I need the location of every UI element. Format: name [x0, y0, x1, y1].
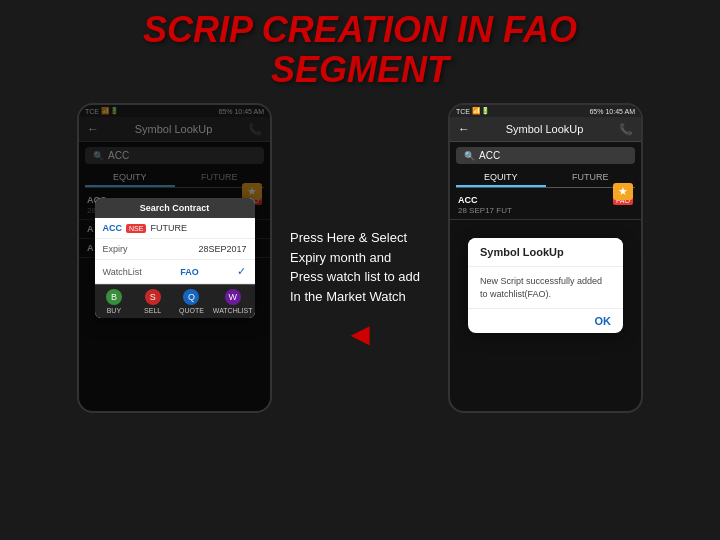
popup-expiry-value: 28SEP2017: [198, 244, 246, 254]
middle-line3: Press watch list to add: [290, 267, 430, 287]
arrow-area: ◄: [344, 316, 376, 353]
watchlist-icon: W: [225, 289, 241, 305]
popup-row-expiry[interactable]: Expiry 28SEP2017: [95, 239, 255, 260]
dialog-body: New Script successfully added to watchli…: [468, 267, 623, 308]
list-symbol-right: ACC: [458, 195, 478, 205]
buy-button[interactable]: B BUY: [95, 285, 134, 318]
dialog-area-right: Symbol LookUp New Script successfully ad…: [450, 220, 641, 351]
status-battery-right: 65%: [589, 108, 603, 115]
quote-label: QUOTE: [179, 307, 204, 314]
symbol-lookup-dialog: Symbol LookUp New Script successfully ad…: [468, 238, 623, 333]
popup-watchlist-label: WatchList: [103, 267, 142, 277]
popup-row-watchlist[interactable]: WatchList FAO ✓: [95, 260, 255, 284]
title-line2: SEGMENT: [271, 49, 449, 90]
watchlist-button[interactable]: W WATCHLIST: [211, 285, 255, 318]
middle-line4: In the Market Watch: [290, 287, 430, 307]
back-button-right[interactable]: ←: [458, 122, 470, 136]
watchlist-label: WATCHLIST: [213, 307, 253, 314]
star-button-right[interactable]: ★: [613, 183, 633, 200]
popup-title: Search Contract: [95, 198, 255, 218]
popup-symbol: ACC: [103, 223, 123, 233]
search-input-right[interactable]: ACC: [479, 150, 500, 161]
popup-watchlist-value: FAO: [180, 267, 199, 277]
status-time-right: 10:45 AM: [605, 108, 635, 115]
status-carrier-right: TCE: [456, 108, 470, 115]
popup-expiry-label: Expiry: [103, 244, 195, 254]
dialog-title: Symbol LookUp: [468, 238, 623, 267]
phone-left: TCE 📶🔋 65% 10:45 AM ← Symbol LookUp 📞 🔍 …: [77, 103, 272, 413]
left-arrow-icon: ◄: [344, 316, 376, 353]
dialog-ok-button[interactable]: OK: [468, 308, 623, 333]
status-right-right: 65% 10:45 AM: [589, 108, 635, 115]
content-area: TCE 📶🔋 65% 10:45 AM ← Symbol LookUp 📞 🔍 …: [0, 103, 720, 413]
header-title-right: Symbol LookUp: [476, 123, 613, 135]
title-line1: SCRIP CREATION IN FAO: [143, 9, 577, 50]
tabs-right: EQUITY FUTURE: [456, 169, 635, 188]
phone-header-right: ← Symbol LookUp 📞: [450, 117, 641, 142]
status-left-right: TCE 📶🔋: [456, 107, 490, 115]
tab-equity-right[interactable]: EQUITY: [456, 169, 546, 187]
middle-line2: Expiry month and: [290, 248, 430, 268]
list-item-top-right: ACC FAO: [458, 195, 633, 205]
popup-exchange-badge: NSE: [126, 224, 146, 233]
list-sub-right: 28 SEP17 FUT: [458, 206, 633, 215]
status-icons-right: 📶🔋: [472, 107, 490, 115]
sell-label: SELL: [144, 307, 161, 314]
middle-section: Press Here & Select Expiry month and Pre…: [290, 103, 430, 353]
popup-type: FUTURE: [150, 223, 187, 233]
page-title-area: SCRIP CREATION IN FAO SEGMENT: [0, 0, 720, 97]
search-icon-right: 🔍: [464, 151, 475, 161]
search-contract-popup: Search Contract ACC NSE FUTURE Expiry 28…: [95, 198, 255, 318]
middle-line1: Press Here & Select: [290, 228, 430, 248]
call-icon-right: 📞: [619, 123, 633, 136]
buy-icon: B: [106, 289, 122, 305]
buy-label: BUY: [107, 307, 121, 314]
phone-right: TCE 📶🔋 65% 10:45 AM ← Symbol LookUp 📞 🔍 …: [448, 103, 643, 413]
quote-button[interactable]: Q QUOTE: [172, 285, 211, 318]
search-area-right: 🔍 ACC ★: [450, 147, 641, 164]
popup-overlay-left: Search Contract ACC NSE FUTURE Expiry 28…: [79, 105, 270, 411]
sell-icon: S: [145, 289, 161, 305]
quote-icon: Q: [183, 289, 199, 305]
popup-watchlist-tick: ✓: [237, 265, 246, 278]
status-bar-right: TCE 📶🔋 65% 10:45 AM: [450, 105, 641, 117]
sell-button[interactable]: S SELL: [133, 285, 172, 318]
middle-text: Press Here & Select Expiry month and Pre…: [290, 158, 430, 306]
action-bar-popup: B BUY S SELL Q QUOTE W WATCHLIST: [95, 284, 255, 318]
popup-row-symbol[interactable]: ACC NSE FUTURE: [95, 218, 255, 239]
search-bar-right[interactable]: 🔍 ACC: [456, 147, 635, 164]
